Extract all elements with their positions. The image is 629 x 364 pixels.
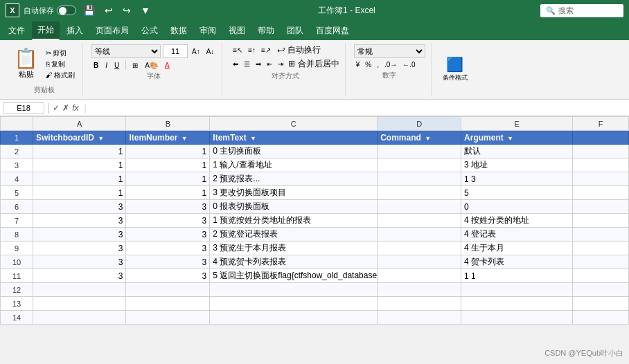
cell-E3[interactable]: 3 地址	[461, 158, 573, 172]
cell-E2[interactable]: 默认	[461, 145, 573, 158]
checkmark-icon[interactable]: ✓	[53, 103, 60, 113]
cell-F14[interactable]	[573, 311, 629, 325]
cell-B4[interactable]: 1	[126, 172, 210, 186]
number-format-select[interactable]: 常规	[354, 44, 425, 58]
cell-C12[interactable]	[210, 283, 378, 297]
cell-A9[interactable]: 3	[33, 242, 126, 255]
decrease-decimal-button[interactable]: ←.0	[400, 60, 417, 69]
cell-D8[interactable]	[378, 228, 461, 242]
menu-formula[interactable]: 公式	[136, 22, 163, 39]
cell-C7[interactable]: 1 预览按姓分类地址的报表	[210, 214, 378, 228]
col-header-C[interactable]: C	[210, 117, 378, 131]
cell-B6[interactable]: 3	[126, 200, 210, 214]
cell-A7[interactable]: 3	[33, 214, 126, 228]
cell-C9[interactable]: 3 预览生于本月报表	[210, 242, 378, 255]
cell-E9[interactable]: 4 生于本月	[461, 242, 573, 255]
col-header-E[interactable]: E	[461, 117, 573, 131]
cell-B11[interactable]: 3	[126, 269, 210, 283]
undo-button[interactable]: ↩	[102, 3, 116, 17]
cell-F10[interactable]	[573, 255, 629, 269]
font-shrink-button[interactable]: A↓	[204, 47, 217, 56]
cut-button[interactable]: ✂ 剪切	[44, 48, 77, 59]
cell-C13[interactable]	[210, 297, 378, 311]
cell-D3[interactable]	[378, 158, 461, 172]
underline-button[interactable]: U	[112, 61, 121, 70]
col-header-D[interactable]: D	[378, 117, 461, 131]
cell-A14[interactable]	[33, 311, 126, 325]
cell-A10[interactable]: 3	[33, 255, 126, 269]
font-size-input[interactable]	[163, 44, 188, 58]
cell-F5[interactable]	[573, 186, 629, 200]
cell-E4[interactable]: 1 3	[461, 172, 573, 186]
cell-C4[interactable]: 2 预览报表...	[210, 172, 378, 186]
cell-B8[interactable]: 3	[126, 228, 210, 242]
col-header-B[interactable]: B	[126, 117, 210, 131]
save-button[interactable]: 💾	[80, 3, 98, 17]
cell-E13[interactable]	[461, 297, 573, 311]
cancel-formula-icon[interactable]: ✗	[62, 103, 69, 113]
paste-button[interactable]: 📋 粘贴	[11, 48, 41, 81]
menu-view[interactable]: 视图	[223, 22, 251, 39]
cell-D6[interactable]	[378, 200, 461, 214]
cell-C2[interactable]: 0 主切换面板	[210, 145, 378, 158]
cell-E12[interactable]	[461, 283, 573, 297]
comma-button[interactable]: ,	[375, 60, 381, 69]
redo-button[interactable]: ↪	[120, 3, 134, 17]
cell-F8[interactable]	[573, 228, 629, 242]
cell-B12[interactable]	[126, 283, 210, 297]
menu-team[interactable]: 团队	[281, 22, 309, 39]
cell-A13[interactable]	[33, 297, 126, 311]
formula-input[interactable]	[92, 103, 626, 113]
cell-B10[interactable]: 3	[126, 255, 210, 269]
cell-A6[interactable]: 3	[33, 200, 126, 214]
search-box[interactable]: 🔍 搜索	[540, 4, 623, 17]
cell-D1[interactable]: Command ▼	[378, 131, 461, 145]
font-family-select[interactable]: 等线	[91, 44, 161, 58]
cell-F9[interactable]	[573, 242, 629, 255]
menu-insert[interactable]: 插入	[61, 22, 89, 39]
cell-F12[interactable]	[573, 283, 629, 297]
border-button[interactable]: ⊞	[130, 61, 140, 70]
cell-E5[interactable]: 5	[461, 186, 573, 200]
format-brush-button[interactable]: 🖌 格式刷	[44, 70, 77, 81]
cell-B13[interactable]	[126, 297, 210, 311]
cell-A5[interactable]: 1	[33, 186, 126, 200]
cell-C10[interactable]: 4 预览贺卡列表报表	[210, 255, 378, 269]
cell-D4[interactable]	[378, 172, 461, 186]
increase-decimal-button[interactable]: .0→	[382, 60, 399, 69]
indent-increase-button[interactable]: ⇥	[276, 58, 285, 70]
indent-decrease-button[interactable]: ⇤	[265, 58, 274, 70]
cell-B9[interactable]: 3	[126, 242, 210, 255]
italic-button[interactable]: I	[103, 61, 109, 70]
cell-B14[interactable]	[126, 311, 210, 325]
cell-F1[interactable]	[573, 131, 629, 145]
cell-C11[interactable]: 5 返回主切换面板flag{ctfshow_old_database}	[210, 269, 378, 283]
align-top-right-button[interactable]: ≡↗	[259, 44, 273, 56]
cell-D12[interactable]	[378, 283, 461, 297]
cell-A1[interactable]: SwitchboardID ▼	[33, 131, 126, 145]
cell-B7[interactable]: 3	[126, 214, 210, 228]
fill-color-button[interactable]: A🎨	[143, 61, 160, 70]
cell-F6[interactable]	[573, 200, 629, 214]
cell-F2[interactable]	[573, 145, 629, 158]
align-center-button[interactable]: ☰	[242, 58, 252, 70]
copy-button[interactable]: ⎘ 复制	[44, 59, 77, 70]
menu-baidu[interactable]: 百度网盘	[310, 22, 355, 39]
align-right-button[interactable]: ➡	[254, 58, 263, 70]
cell-E1[interactable]: Argument ▼	[461, 131, 573, 145]
cell-C6[interactable]: 0 报表切换面板	[210, 200, 378, 214]
menu-help[interactable]: 帮助	[252, 22, 280, 39]
cell-C8[interactable]: 2 预览登记表报表	[210, 228, 378, 242]
cell-D10[interactable]	[378, 255, 461, 269]
cell-B3[interactable]: 1	[126, 158, 210, 172]
conditional-format-button[interactable]: 🟦 条件格式	[440, 55, 470, 84]
cell-A3[interactable]: 1	[33, 158, 126, 172]
cell-E10[interactable]: 4 贺卡列表	[461, 255, 573, 269]
cell-C5[interactable]: 3 更改切换面板项目	[210, 186, 378, 200]
col-header-A[interactable]: A	[33, 117, 126, 131]
cell-E6[interactable]: 0	[461, 200, 573, 214]
customize-button[interactable]: ▼	[138, 3, 153, 17]
bold-button[interactable]: B	[91, 61, 100, 70]
cell-E14[interactable]	[461, 311, 573, 325]
cell-F4[interactable]	[573, 172, 629, 186]
